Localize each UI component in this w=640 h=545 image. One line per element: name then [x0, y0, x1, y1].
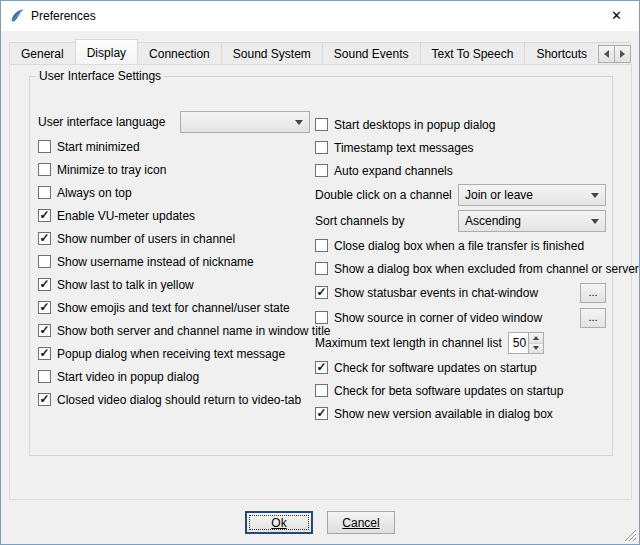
- checkbox-software-updates[interactable]: Check for software updates on startup: [315, 361, 537, 375]
- checkbox-timestamp[interactable]: Timestamp text messages: [315, 141, 474, 155]
- arrow-right-icon: [620, 50, 625, 58]
- titlebar[interactable]: Preferences ✕: [1, 1, 639, 31]
- row-vu-meter: Enable VU-meter updates: [38, 204, 310, 227]
- checkbox-box: [38, 163, 51, 176]
- max-text-length-label: Maximum text length in channel list: [315, 336, 502, 350]
- checkbox-window-title[interactable]: Show both server and channel name in win…: [38, 324, 331, 338]
- close-button[interactable]: ✕: [594, 1, 639, 30]
- checkbox-box: [38, 324, 51, 337]
- chevron-down-icon: [591, 219, 599, 224]
- checkbox-desktops-popup[interactable]: Start desktops in popup dialog: [315, 118, 495, 132]
- cancel-button[interactable]: Cancel: [327, 511, 395, 534]
- left-column: User interface language Start minimized: [38, 109, 310, 411]
- checkbox-label: Show new version available in dialog box: [334, 407, 553, 421]
- checkbox-box: [315, 361, 328, 374]
- row-window-title: Show both server and channel name in win…: [38, 319, 310, 342]
- spin-up-button[interactable]: [529, 333, 543, 343]
- checkbox-show-username[interactable]: Show username instead of nickname: [38, 255, 254, 269]
- checkbox-emojis[interactable]: Show emojis and text for channel/user st…: [38, 301, 290, 315]
- checkbox-box: [38, 393, 51, 406]
- checkbox-label: Popup dialog when receiving text message: [57, 347, 285, 361]
- checkbox-start-minimized[interactable]: Start minimized: [38, 140, 140, 154]
- checkbox-box: [315, 141, 328, 154]
- checkbox-auto-expand[interactable]: Auto expand channels: [315, 164, 453, 178]
- group-title: User Interface Settings: [36, 69, 164, 83]
- checkbox-file-transfer-close[interactable]: Close dialog box when a file transfer is…: [315, 239, 584, 253]
- checkbox-box: [38, 255, 51, 268]
- window-title: Preferences: [31, 9, 96, 23]
- row-desktops-popup: Start desktops in popup dialog: [315, 113, 606, 136]
- app-icon: [9, 8, 25, 24]
- checkbox-box: [315, 239, 328, 252]
- statusbar-events-more-button[interactable]: ...: [580, 283, 606, 303]
- sort-channels-select[interactable]: Ascending: [458, 210, 606, 232]
- checkbox-video-source-corner[interactable]: Show source in corner of video window: [315, 311, 542, 325]
- tab-connection[interactable]: Connection: [137, 42, 222, 64]
- checkbox-box: [315, 384, 328, 397]
- double-click-value: Join or leave: [465, 188, 533, 202]
- checkbox-label: Start video in popup dialog: [57, 370, 199, 384]
- max-text-length-row: Maximum text length in channel list 50: [315, 330, 606, 356]
- checkbox-label: Start desktops in popup dialog: [334, 118, 495, 132]
- row-beta-updates: Check for beta software updates on start…: [315, 379, 606, 402]
- checkbox-show-user-count[interactable]: Show number of users in channel: [38, 232, 235, 246]
- row-emojis: Show emojis and text for channel/user st…: [38, 296, 310, 319]
- language-select[interactable]: [180, 111, 310, 133]
- row-file-transfer-close: Close dialog box when a file transfer is…: [315, 234, 606, 257]
- checkbox-vu-meter[interactable]: Enable VU-meter updates: [38, 209, 195, 223]
- checkbox-box: [38, 301, 51, 314]
- checkbox-last-to-talk[interactable]: Show last to talk in yellow: [38, 278, 194, 292]
- sort-channels-value: Ascending: [465, 214, 521, 228]
- checkbox-label: Close dialog box when a file transfer is…: [334, 239, 584, 253]
- tab-sound-system[interactable]: Sound System: [221, 42, 323, 64]
- resize-grip[interactable]: [624, 529, 637, 542]
- double-click-row: Double click on a channel Join or leave: [315, 182, 606, 208]
- checkbox-always-on-top[interactable]: Always on top: [38, 186, 132, 200]
- checkbox-label: Minimize to tray icon: [57, 163, 166, 177]
- ok-button[interactable]: Ok: [245, 511, 313, 534]
- tab-bar: General Display Connection Sound System …: [9, 41, 631, 64]
- checkbox-excluded-dialog[interactable]: Show a dialog box when excluded from cha…: [315, 262, 639, 276]
- row-software-updates: Check for software updates on startup: [315, 356, 606, 379]
- tab-general[interactable]: General: [9, 42, 76, 64]
- checkbox-box: [38, 209, 51, 222]
- spin-buttons: [528, 333, 543, 353]
- checkbox-box: [315, 164, 328, 177]
- double-click-select[interactable]: Join or leave: [458, 184, 606, 206]
- checkbox-label: Check for software updates on startup: [334, 361, 537, 375]
- checkbox-box: [38, 186, 51, 199]
- checkbox-label: Show statusbar events in chat-window: [334, 286, 538, 300]
- checkbox-label: Timestamp text messages: [334, 141, 474, 155]
- row-excluded-dialog: Show a dialog box when excluded from cha…: [315, 257, 606, 280]
- preferences-dialog: Preferences ✕ General Display Connection…: [0, 0, 640, 545]
- checkbox-video-return-tab[interactable]: Closed video dialog should return to vid…: [38, 393, 301, 407]
- checkbox-minimize-to-tray[interactable]: Minimize to tray icon: [38, 163, 166, 177]
- tab-display[interactable]: Display: [75, 39, 138, 64]
- chevron-down-icon: [591, 193, 599, 198]
- checkbox-new-version-dialog[interactable]: Show new version available in dialog box: [315, 407, 553, 421]
- chevron-down-icon: [295, 120, 303, 125]
- tab-scroll-right-button[interactable]: [614, 45, 631, 63]
- row-start-minimized: Start minimized: [38, 135, 310, 158]
- checkbox-label: Show last to talk in yellow: [57, 278, 194, 292]
- tab-shortcuts[interactable]: Shortcuts: [524, 42, 599, 64]
- tab-scroll-left-button[interactable]: [598, 45, 615, 63]
- checkbox-box: [315, 311, 328, 324]
- sort-channels-row: Sort channels by Ascending: [315, 208, 606, 234]
- spin-down-button[interactable]: [529, 343, 543, 354]
- tab-sound-events[interactable]: Sound Events: [322, 42, 421, 64]
- spin-value: 50: [509, 333, 528, 353]
- max-text-length-spinbox[interactable]: 50: [508, 332, 544, 354]
- statusbar-events-row: Show statusbar events in chat-window ...: [315, 280, 606, 305]
- arrow-left-icon: [604, 50, 609, 58]
- checkbox-popup-text-message[interactable]: Popup dialog when receiving text message: [38, 347, 285, 361]
- checkbox-box: [38, 370, 51, 383]
- video-source-more-button[interactable]: ...: [580, 308, 606, 328]
- checkbox-statusbar-events[interactable]: Show statusbar events in chat-window: [315, 286, 538, 300]
- language-row: User interface language: [38, 109, 310, 135]
- checkbox-video-popup[interactable]: Start video in popup dialog: [38, 370, 199, 384]
- row-minimize-to-tray: Minimize to tray icon: [38, 158, 310, 181]
- checkbox-beta-updates[interactable]: Check for beta software updates on start…: [315, 384, 563, 398]
- row-always-on-top: Always on top: [38, 181, 310, 204]
- tab-text-to-speech[interactable]: Text To Speech: [420, 42, 526, 64]
